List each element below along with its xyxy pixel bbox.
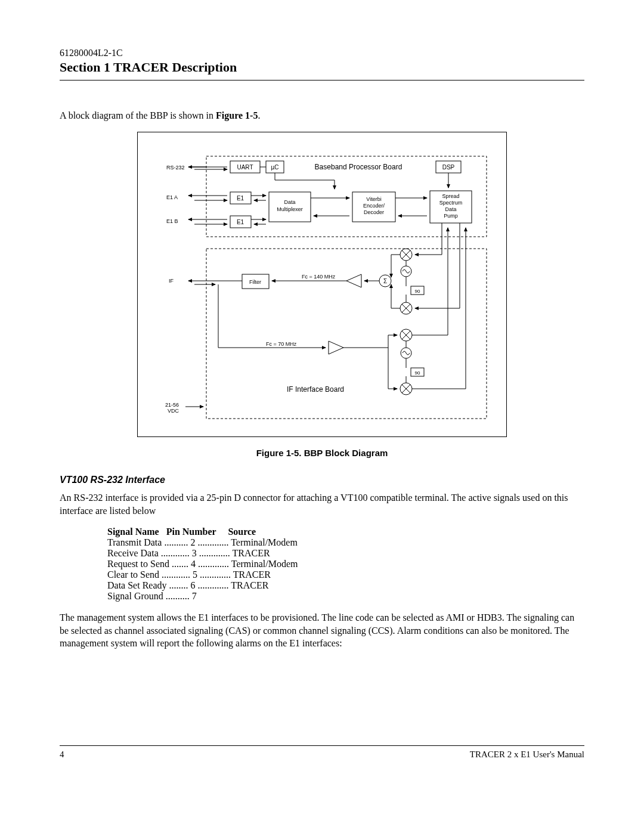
mixer-icon-2 [400,302,412,314]
col-signal-name: Signal Name [107,527,159,537]
figure-box: UART µC Baseband Processor Board DSP RS-… [137,132,507,437]
e1-box-a: E1 [237,195,244,202]
vdc-label-1: 21-56 [165,402,179,408]
viterbi-3: Decoder [364,209,384,215]
vt100-para: An RS-232 interface is provided via a 25… [60,491,584,517]
col-source: Source [228,527,256,537]
signal-pin: 5 [193,569,197,580]
doc-number: 61280004L2-1C [60,48,584,58]
intro-suffix: . [258,110,260,120]
svg-marker-31 [346,274,361,287]
vdc-label-2: VDC [168,408,179,414]
signal-table-header: Signal Name Pin Number Source [107,527,584,537]
ninety-1: 90 [415,289,420,294]
viterbi-2: Encoder/ [363,203,385,209]
signal-pin: 7 [192,591,197,601]
table-row: Receive Data ............ 3 ............… [107,548,584,559]
spread-1: Spread [442,193,459,199]
table-row: Request to Send ....... 4 ............. … [107,559,584,569]
spread-3: Data [445,206,456,212]
ninety-2: 90 [415,370,420,376]
data-mux-2: Multiplexer [277,206,303,212]
bbp-block-diagram: UART µC Baseband Processor Board DSP RS-… [150,144,496,431]
signal-name: Clear to Send [107,569,159,580]
footer: 4 TRACER 2 x E1 User's Manual [60,745,584,760]
signal-source: Terminal/Modem [231,537,298,547]
e1a-label: E1 A [166,194,178,200]
mgmt-para: The management system allows the E1 inte… [60,611,584,650]
signal-source: Terminal/Modem [231,559,298,569]
signal-pin: 6 [191,580,196,590]
signal-name: Receive Data [107,548,159,558]
table-row: Transmit Data .......... 2 .............… [107,537,584,548]
figure-ref: Figure 1-5 [216,110,258,120]
uc-label: µC [271,164,279,171]
viterbi-1: Viterbi [366,196,381,202]
e1b-label: E1 B [166,218,178,224]
if-board-label: IF Interface Board [287,385,344,394]
table-row: Data Set Ready ........ 6 ............. … [107,580,584,591]
vt100-heading: VT100 RS-232 Interface [60,475,584,485]
section-title: Section 1 TRACER Description [60,60,584,75]
if-label: IF [169,278,174,284]
signal-name: Signal Ground [107,591,163,601]
sigma-label: Σ [383,278,387,284]
page-number: 4 [60,750,64,760]
data-mux-1: Data [284,199,295,205]
signal-source: TRACER [232,548,270,558]
e1-box-b: E1 [237,219,244,225]
signal-name: Transmit Data [107,537,162,547]
fc70-label: Fc = 70 MHz [266,341,297,347]
signal-pin: 4 [191,559,196,569]
filter-label: Filter [249,279,261,285]
intro-prefix: A block diagram of the BBP is shown in [60,110,216,120]
signal-source: TRACER [231,580,268,590]
svg-marker-56 [329,341,343,354]
mixer-icon-3 [400,329,412,341]
signal-pin: 3 [192,548,197,558]
uart-label: UART [237,164,253,171]
rs232-label: RS-232 [166,165,185,171]
bbp-title: Baseband Processor Board [315,163,402,171]
signal-name: Request to Send [107,559,169,569]
intro-line: A block diagram of the BBP is shown in F… [60,110,584,121]
fc140-label: Fc = 140 MHz [302,274,336,280]
manual-name: TRACER 2 x E1 User's Manual [470,750,584,760]
col-pin-number: Pin Number [166,527,216,537]
signal-name: Data Set Ready [107,580,167,590]
table-row: Clear to Send ............ 5 ...........… [107,569,584,580]
spread-4: Pump [444,213,458,219]
dsp-label: DSP [442,164,455,171]
mixer-icon [400,249,412,261]
figure-caption: Figure 1-5. BBP Block Diagram [60,448,584,458]
signal-table: Signal Name Pin Number Source Transmit D… [107,527,584,602]
header-rule [60,80,584,80]
signal-source: TRACER [233,569,271,580]
signal-pin: 2 [190,537,195,547]
table-row: Signal Ground .......... 7 [107,591,584,602]
spread-2: Spectrum [439,200,463,206]
mixer-icon-4 [400,383,412,395]
